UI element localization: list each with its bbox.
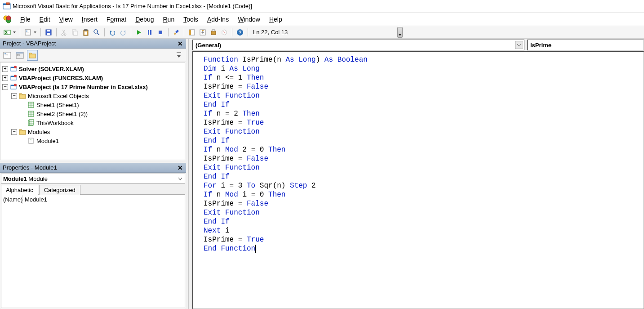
chevron-down-icon[interactable] [515, 41, 523, 49]
tree-node-modules[interactable]: −Modules [0, 127, 185, 136]
property-value[interactable]: Module1 [23, 195, 49, 204]
tree-node-sheet1[interactable]: Sheet1 (Sheet1) [0, 100, 185, 109]
project-panel-header: Project - VBAProject ✕ [0, 39, 186, 49]
properties-grid[interactable]: (Name) Module1 [1, 195, 185, 308]
toggle-folders-icon[interactable] [27, 50, 38, 61]
view-excel-icon[interactable] [3, 28, 12, 37]
project-tree[interactable]: +Solver (SOLVER.XLAM) +VBAProject (FUNCR… [0, 62, 185, 160]
tree-node-funcres[interactable]: +VBAProject (FUNCRES.XLAM) [0, 73, 185, 82]
menu-file[interactable]: File [16, 14, 35, 25]
svg-point-5 [6, 16, 11, 20]
undo-icon[interactable] [108, 28, 117, 37]
procedure-dropdown[interactable]: IsPrime [527, 40, 644, 50]
tree-node-thisworkbook[interactable]: ThisWorkbook [0, 118, 185, 127]
save-icon[interactable] [44, 28, 53, 37]
cut-icon[interactable] [60, 28, 69, 37]
menu-addins[interactable]: Add-Ins [203, 14, 233, 25]
svg-rect-60 [30, 140, 32, 140]
redo-icon[interactable] [119, 28, 128, 37]
svg-rect-20 [84, 31, 87, 35]
svg-rect-41 [29, 54, 36, 58]
svg-rect-12 [47, 30, 50, 31]
tree-node-ms-excel-objects[interactable]: −Microsoft Excel Objects [0, 91, 185, 100]
break-icon[interactable] [145, 28, 154, 37]
close-icon[interactable]: ✕ [176, 40, 184, 48]
properties-panel-header: Properties - Module1 ✕ [0, 163, 186, 173]
svg-rect-53 [28, 102, 34, 107]
tree-node-sheet2[interactable]: Sheet2 (Sheet1 (2)) [0, 109, 185, 118]
svg-rect-36 [4, 55, 8, 55]
chevron-down-icon[interactable] [177, 175, 184, 182]
menu-help[interactable]: Help [265, 14, 286, 25]
menubar: File Edit View Insert Format Debug Run T… [0, 13, 644, 26]
svg-rect-2 [6, 3, 9, 4]
properties-icon[interactable] [198, 28, 207, 37]
project-panel-title: Project - VBAProject [3, 40, 56, 47]
panel-dropdown-icon[interactable] [173, 50, 184, 61]
vba-menu-icon [3, 15, 12, 24]
dropdown-icon[interactable] [12, 31, 17, 34]
svg-rect-57 [19, 130, 26, 134]
svg-rect-22 [148, 30, 149, 35]
menu-debug[interactable]: Debug [131, 14, 158, 25]
close-icon[interactable]: ✕ [176, 164, 184, 172]
tree-node-module1[interactable]: Module1 [0, 136, 185, 145]
svg-rect-37 [4, 56, 7, 56]
tab-categorized[interactable]: Categorized [39, 185, 80, 195]
svg-rect-23 [150, 30, 151, 35]
run-icon[interactable] [134, 28, 143, 37]
menu-window[interactable]: Window [234, 14, 264, 25]
toolbox-icon[interactable] [220, 28, 229, 37]
svg-rect-40 [17, 54, 19, 56]
reset-icon[interactable] [156, 28, 165, 37]
object-dropdown[interactable]: (General) [192, 40, 524, 50]
svg-rect-13 [47, 33, 50, 35]
menu-tools[interactable]: Tools [179, 14, 202, 25]
svg-rect-52 [19, 94, 26, 99]
svg-rect-56 [29, 120, 34, 125]
help-icon[interactable]: ? [235, 28, 244, 37]
svg-text:?: ? [239, 30, 242, 35]
tree-node-vbaproject[interactable]: −VBAProject (Is 17 Prime Number in Excel… [0, 82, 185, 91]
svg-rect-6 [4, 30, 10, 35]
svg-point-51 [14, 84, 17, 86]
svg-rect-62 [30, 142, 31, 142]
toolbar: ? Ln 22, Col 13 [0, 26, 644, 39]
menu-edit[interactable]: Edit [36, 14, 54, 25]
svg-rect-8 [26, 31, 27, 31]
svg-rect-39 [16, 52, 23, 54]
svg-point-48 [14, 75, 17, 77]
svg-rect-34 [4, 53, 6, 54]
svg-rect-24 [159, 31, 162, 34]
find-icon[interactable] [92, 28, 101, 37]
menu-format[interactable]: Format [102, 14, 130, 25]
tab-alphabetic[interactable]: Alphabetic [1, 185, 38, 195]
svg-point-21 [94, 30, 98, 33]
code-editor[interactable]: Function IsPrime(n As Long) As BooleanDi… [192, 51, 644, 309]
svg-rect-59 [30, 139, 31, 139]
view-object-icon[interactable] [14, 50, 25, 61]
project-toolbar [0, 49, 186, 62]
view-code-icon[interactable] [2, 50, 13, 61]
properties-panel-title: Properties - Module1 [3, 164, 57, 171]
tree-node-solver[interactable]: +Solver (SOLVER.XLAM) [0, 64, 185, 73]
svg-rect-19 [84, 29, 87, 31]
titlebar: Microsoft Visual Basic for Applications … [0, 0, 644, 13]
toolbar-overflow-icon[interactable] [397, 27, 403, 38]
property-row-name[interactable]: (Name) Module1 [1, 195, 185, 204]
svg-rect-28 [202, 30, 204, 31]
properties-object-selector[interactable]: Module1 Module [1, 174, 185, 184]
app-title: Microsoft Visual Basic for Applications … [13, 3, 252, 9]
vba-app-icon [3, 2, 11, 10]
dropdown-icon[interactable] [33, 31, 37, 34]
design-mode-icon[interactable] [172, 28, 181, 37]
menu-view[interactable]: View [55, 14, 77, 25]
paste-icon[interactable] [81, 28, 90, 37]
menu-run[interactable]: Run [159, 14, 178, 25]
cursor-position: Ln 22, Col 13 [253, 29, 288, 36]
insert-icon[interactable] [23, 28, 32, 37]
object-browser-icon[interactable] [209, 28, 218, 37]
copy-icon[interactable] [71, 28, 80, 37]
menu-insert[interactable]: Insert [78, 14, 102, 25]
project-explorer-icon[interactable] [187, 28, 196, 37]
